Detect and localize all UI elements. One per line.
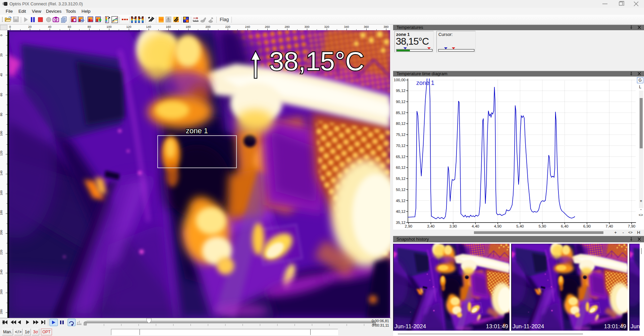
svg-text:65,12: 65,12 (396, 155, 406, 159)
svg-text:35,12: 35,12 (396, 221, 406, 225)
svg-text:100,00: 100,00 (394, 78, 406, 82)
svg-text:40,12: 40,12 (396, 209, 406, 213)
svg-text:7,90: 7,90 (628, 224, 635, 228)
svg-text:45,12: 45,12 (396, 199, 406, 203)
svg-text:5,40: 5,40 (516, 224, 524, 228)
svg-text:60,12: 60,12 (396, 165, 406, 170)
svg-text:3,90: 3,90 (449, 224, 457, 228)
svg-text:80,12: 80,12 (396, 122, 406, 126)
svg-text:85,12: 85,12 (396, 111, 406, 115)
svg-text:90,12: 90,12 (396, 100, 406, 104)
svg-text:6,90: 6,90 (583, 224, 591, 228)
svg-text:5,90: 5,90 (539, 224, 546, 228)
svg-text:95,12: 95,12 (396, 89, 406, 93)
svg-text:6,40: 6,40 (561, 224, 568, 228)
svg-text:0:00:06,81: 0:00:06,81 (372, 319, 389, 323)
svg-text:75,12: 75,12 (396, 133, 406, 137)
svg-text:4,40: 4,40 (472, 224, 479, 228)
svg-text:50,12: 50,12 (396, 188, 406, 192)
svg-text:zone 1: zone 1 (416, 80, 434, 86)
svg-text:0:00:31,11: 0:00:31,11 (372, 323, 389, 327)
svg-text:55,12: 55,12 (396, 177, 406, 181)
svg-text:3,40: 3,40 (427, 224, 434, 228)
svg-text:70,12: 70,12 (396, 144, 406, 148)
svg-text:7,40: 7,40 (605, 224, 613, 228)
svg-text:2,90: 2,90 (405, 224, 412, 228)
svg-text:4,90: 4,90 (494, 224, 501, 228)
